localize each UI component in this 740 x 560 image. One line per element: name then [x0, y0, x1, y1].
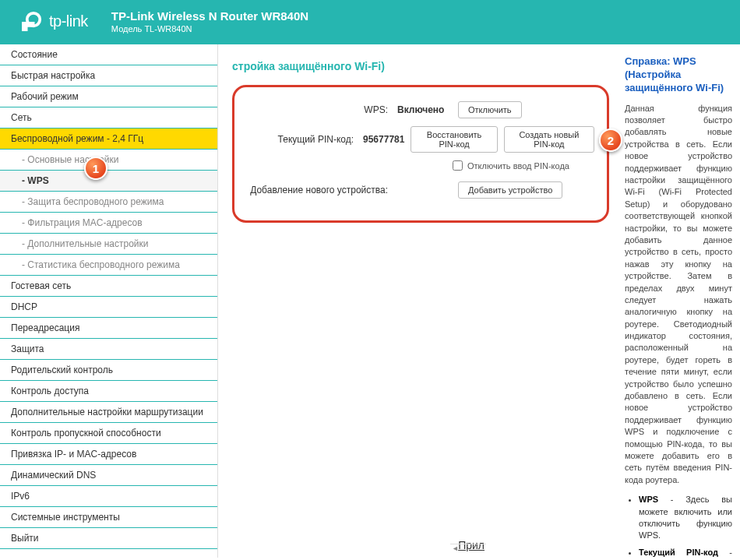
sidebar-item-11[interactable]: Гостевая сеть: [0, 276, 217, 297]
sidebar-item-13[interactable]: Переадресация: [0, 318, 217, 339]
sidebar-item-19[interactable]: Привязка IP- и MAC-адресов: [0, 444, 217, 465]
tplink-logo-icon: [19, 10, 43, 33]
sidebar: СостояниеБыстрая настройкаРабочий режимС…: [0, 44, 218, 558]
help-list-item-1: Текущий PIN-код - Здесь отображается тек…: [639, 547, 732, 558]
sidebar-item-22[interactable]: Системные инструменты: [0, 507, 217, 528]
sidebar-item-15[interactable]: Родительский контроль: [0, 360, 217, 381]
sidebar-item-4[interactable]: Беспроводной режим - 2,4 ГГц: [0, 129, 217, 150]
sidebar-item-8[interactable]: - Фильтрация MAC-адресов: [0, 213, 217, 234]
sidebar-item-17[interactable]: Дополнительные настройки маршрутизации: [0, 402, 217, 423]
wps-settings-panel: WPS: Включено Отключить Текущий PIN-код:…: [232, 85, 609, 223]
add-device-button[interactable]: Добавить устройство: [458, 181, 562, 199]
brand-text: tp-link: [49, 12, 88, 30]
annotation-badge-1: 1: [84, 157, 107, 180]
horizontal-scrollbar[interactable]: [450, 544, 486, 555]
new-pin-button[interactable]: Создать новый PIN-код: [504, 126, 594, 153]
help-panel: Справка: WPS (Настройка защищённого Wi-F…: [617, 44, 740, 558]
add-device-label: Добавление нового устройства:: [247, 185, 391, 195]
disable-pin-checkbox-label: Отключить ввод PIN-кода: [467, 161, 569, 171]
sidebar-item-12[interactable]: DHCP: [0, 297, 217, 318]
page-heading-fragment: стройка защищённого Wi-Fi): [232, 60, 609, 72]
sidebar-item-14[interactable]: Защита: [0, 339, 217, 360]
sidebar-item-5[interactable]: - Основные настройки: [0, 150, 217, 171]
sidebar-item-9[interactable]: - Дополнительные настройки: [0, 234, 217, 255]
wps-status: Включено: [397, 104, 452, 115]
sidebar-item-0[interactable]: Состояние: [0, 44, 217, 65]
sidebar-item-3[interactable]: Сеть: [0, 107, 217, 129]
pin-label: Текущий PIN-код:: [247, 134, 357, 145]
main-content: стройка защищённого Wi-Fi) WPS: Включено…: [218, 44, 617, 558]
sidebar-item-20[interactable]: Динамический DNS: [0, 465, 217, 486]
brand-logo: tp-link: [19, 10, 88, 33]
sidebar-item-18[interactable]: Контроль пропускной способности: [0, 423, 217, 444]
sidebar-item-10[interactable]: - Статистика беспроводного режима: [0, 255, 217, 276]
help-list-item-0: WPS - Здесь вы можете включить или отклю…: [639, 494, 732, 542]
sidebar-item-2[interactable]: Рабочий режим: [0, 86, 217, 107]
header-title: TP-Link Wireless N Router WR840N: [111, 9, 308, 23]
sidebar-item-6[interactable]: - WPS: [0, 171, 217, 192]
header-subtitle: Модель TL-WR840N: [111, 24, 308, 33]
wps-label: WPS:: [247, 104, 391, 115]
help-title: Справка: WPS (Настройка защищённого Wi-F…: [625, 55, 732, 95]
svg-rect-2: [22, 22, 35, 27]
sidebar-item-16[interactable]: Контроль доступа: [0, 381, 217, 402]
header-titles: TP-Link Wireless N Router WR840N Модель …: [111, 9, 308, 33]
restore-pin-button[interactable]: Восстановить PIN-код: [411, 126, 497, 153]
pin-value: 95677781: [363, 134, 404, 145]
header-bar: tp-link TP-Link Wireless N Router WR840N…: [0, 0, 740, 44]
disable-wps-button[interactable]: Отключить: [458, 101, 522, 118]
annotation-badge-2: 2: [599, 129, 622, 152]
help-list: WPS - Здесь вы можете включить или отклю…: [625, 494, 732, 558]
sidebar-item-7[interactable]: - Защита беспроводного режима: [0, 192, 217, 213]
sidebar-item-1[interactable]: Быстрая настройка: [0, 65, 217, 86]
help-body: Данная функция позволяет быстро добавлят…: [625, 103, 732, 487]
sidebar-item-21[interactable]: IPv6: [0, 486, 217, 507]
sidebar-item-23[interactable]: Выйти: [0, 528, 217, 549]
disable-pin-checkbox[interactable]: [453, 160, 463, 171]
